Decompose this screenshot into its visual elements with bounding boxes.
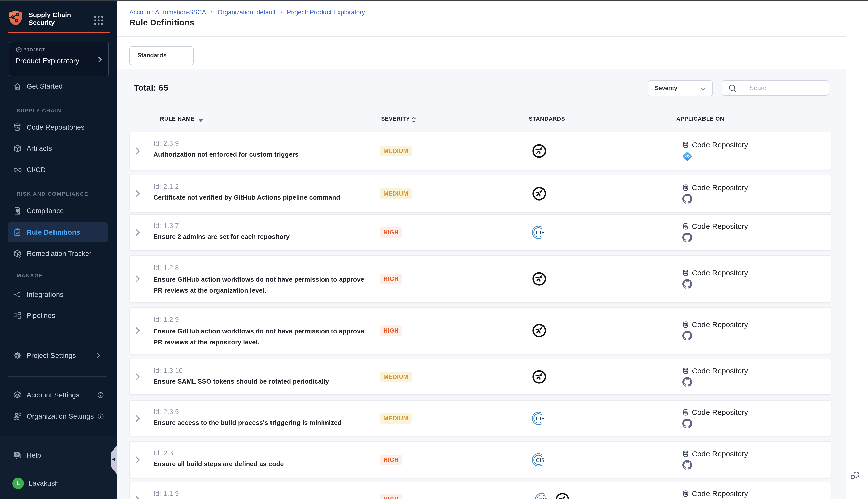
svg-text:?: ?	[15, 452, 18, 457]
